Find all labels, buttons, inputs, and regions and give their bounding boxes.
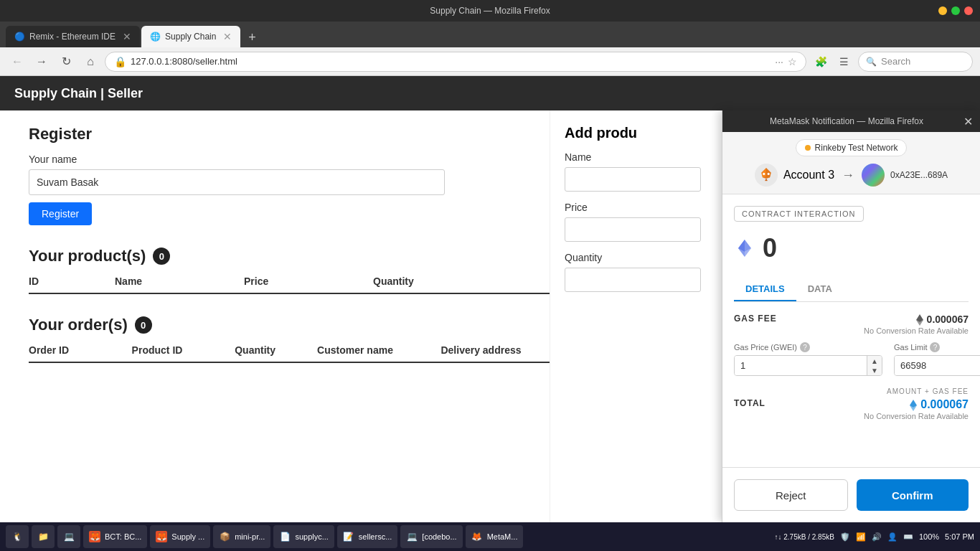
taskbar-supply[interactable]: 🦊 Supply ...: [150, 525, 210, 548]
taskbar-files[interactable]: 📁: [32, 525, 55, 548]
mm-total-row: TOTAL 0.000067 No Conversion Rate Availa…: [734, 398, 969, 420]
network-status: ↑↓ 2.75kB / 2.85kB: [775, 533, 834, 541]
ap-name-input[interactable]: [565, 167, 701, 192]
mm-total-eth: 0.000067: [864, 398, 969, 412]
mm-gas-price-input-wrapper: ▲ ▼: [734, 355, 882, 376]
col-price: Price: [244, 276, 373, 287]
taskbar-mini[interactable]: 📦 mini-pr...: [213, 525, 270, 548]
eth-diamond-inline: [915, 314, 924, 326]
bookmark-icon[interactable]: ☆: [788, 56, 797, 67]
mm-gas-price-up[interactable]: ▲: [867, 356, 882, 366]
tab-remix[interactable]: 🔵 Remix - Ethereum IDE ✕: [6, 26, 140, 47]
mm-amount-gas-label: AMOUNT + GAS FEE: [734, 387, 969, 395]
col-product-id: Product ID: [132, 344, 235, 356]
mm-gas-limit-input[interactable]: [895, 356, 980, 375]
reject-button[interactable]: Reject: [734, 479, 848, 511]
mm-gas-limit-input-wrapper: ▲ ▼: [894, 355, 980, 376]
ap-qty-input[interactable]: [565, 268, 701, 292]
taskbar-metamask[interactable]: 🦊 MetaM...: [466, 525, 524, 548]
taskbar-bct-label: BCT: BC...: [105, 532, 141, 541]
col-name: Name: [115, 276, 244, 287]
add-product-heading: Add produ: [565, 125, 707, 141]
name-input[interactable]: [29, 169, 445, 195]
extensions-btn[interactable]: 🧩: [811, 52, 831, 72]
mm-gas-limit-info-icon[interactable]: ?: [930, 342, 940, 352]
taskbar-terminal-icon: 💻: [63, 531, 75, 542]
mm-tab-details[interactable]: DETAILS: [734, 278, 796, 301]
taskbar-codebo[interactable]: 💻 [codebo...: [400, 525, 462, 548]
taskbar-seller[interactable]: 📝 sellersc...: [337, 525, 397, 548]
mm-gas-eth-value: 0.000067: [864, 314, 969, 326]
back-button[interactable]: ←: [7, 52, 27, 72]
menu-btn[interactable]: ☰: [834, 52, 854, 72]
taskbar-right: ↑↓ 2.75kB / 2.85kB 🛡️ 📶 🔊 👤 ⌨️ 100% 5:07…: [775, 532, 975, 542]
mm-gas-price-input[interactable]: [735, 356, 867, 375]
col-orders-qty: Quantity: [235, 344, 317, 356]
register-button[interactable]: Register: [29, 202, 92, 225]
mm-tabs: DETAILS DATA: [734, 278, 969, 302]
taskbar-codebo-icon: 💻: [406, 531, 418, 542]
tab-supply-label: Supply Chain: [165, 32, 216, 42]
taskbar-bct[interactable]: 🦊 BCT: BC...: [83, 525, 147, 548]
taskbar-start[interactable]: 🐧: [6, 525, 29, 548]
taskbar-start-icon: 🐧: [11, 531, 23, 542]
mm-gas-limit-group: Gas Limit ? ▲ ▼: [894, 342, 980, 376]
keyboard-icon: ⌨️: [903, 532, 913, 542]
refresh-button[interactable]: ↻: [56, 52, 76, 72]
taskbar: 🐧 📁 💻 🦊 BCT: BC... 🦊 Supply ... 📦 mini-p…: [0, 522, 980, 551]
confirm-button[interactable]: Confirm: [857, 479, 969, 511]
search-bar[interactable]: 🔍 Search: [858, 52, 973, 72]
mm-gas-price-group: Gas Price (GWEI) ? ▲ ▼: [734, 342, 882, 376]
page-header: Supply Chain | Seller: [0, 76, 980, 110]
nav-bar: ← → ↻ ⌂ 🔒 127.0.0.1:8080/seller.html ···…: [0, 47, 980, 76]
new-tab-btn[interactable]: +: [242, 27, 262, 47]
svg-point-6: [767, 173, 769, 175]
taskbar-supply2[interactable]: 📄 supplyc...: [273, 525, 334, 548]
mm-contract-badge: CONTRACT INTERACTION: [734, 206, 864, 222]
mm-gas-price-label-row: Gas Price (GWEI) ?: [734, 342, 882, 352]
tab-bar: 🔵 Remix - Ethereum IDE ✕ 🌐 Supply Chain …: [0, 22, 980, 47]
taskbar-metamask-label: MetaM...: [487, 532, 518, 541]
orders-heading: Your order(s): [29, 316, 128, 334]
mm-network-badge: Rinkeby Test Network: [796, 139, 908, 156]
col-id: ID: [29, 276, 115, 287]
taskbar-seller-label: sellersc...: [359, 532, 392, 541]
mm-gas-limit-label: Gas Limit: [894, 343, 927, 352]
taskbar-terminal[interactable]: 💻: [57, 525, 80, 548]
mm-network-label: Rinkeby Test Network: [815, 143, 898, 153]
mm-gas-price-down[interactable]: ▼: [867, 366, 882, 376]
close-btn[interactable]: [964, 6, 973, 15]
address-bar[interactable]: 🔒 127.0.0.1:8080/seller.html ··· ☆: [105, 52, 806, 72]
tab-remix-label: Remix - Ethereum IDE: [29, 32, 116, 42]
mm-close-button[interactable]: ✕: [963, 115, 973, 128]
svg-marker-8: [738, 240, 745, 252]
forward-button[interactable]: →: [32, 52, 52, 72]
taskbar-files-icon: 📁: [37, 531, 49, 542]
mm-total-label: TOTAL: [734, 398, 765, 408]
mm-total-value: 0.000067 No Conversion Rate Available: [864, 398, 969, 420]
search-placeholder: Search: [881, 56, 910, 67]
maximize-btn[interactable]: [951, 6, 960, 15]
products-heading: Your product(s): [29, 247, 146, 265]
battery-label: 100%: [919, 532, 939, 541]
signal-icon: 📶: [856, 532, 866, 542]
mm-address: 0xA23E...689A: [890, 170, 948, 180]
titlebar-text: Supply Chain — Mozilla Firefox: [430, 6, 550, 16]
mm-gas-no-conversion: No Conversion Rate Available: [864, 326, 969, 335]
tab-supply-close[interactable]: ✕: [223, 31, 232, 42]
tab-supply[interactable]: 🌐 Supply Chain ✕: [141, 26, 240, 47]
search-icon: 🔍: [866, 57, 877, 67]
metamask-logo: [755, 164, 778, 187]
address-url: 127.0.0.1:8080/seller.html: [131, 56, 771, 67]
ap-qty-label: Quantity: [565, 252, 707, 263]
mm-gas-price-label: Gas Price (GWEI): [734, 343, 797, 352]
home-button[interactable]: ⌂: [80, 52, 100, 72]
tab-remix-close[interactable]: ✕: [123, 31, 131, 42]
taskbar-supply2-icon: 📄: [279, 531, 291, 542]
mm-gas-price-info-icon[interactable]: ?: [800, 342, 810, 352]
mm-body: CONTRACT INTERACTION 0 DETAILS DATA: [722, 194, 980, 467]
minimize-btn[interactable]: [938, 6, 947, 15]
ap-price-input[interactable]: [565, 217, 701, 242]
mm-header: Rinkeby Test Network: [722, 132, 980, 194]
mm-tab-data[interactable]: DATA: [796, 278, 844, 301]
